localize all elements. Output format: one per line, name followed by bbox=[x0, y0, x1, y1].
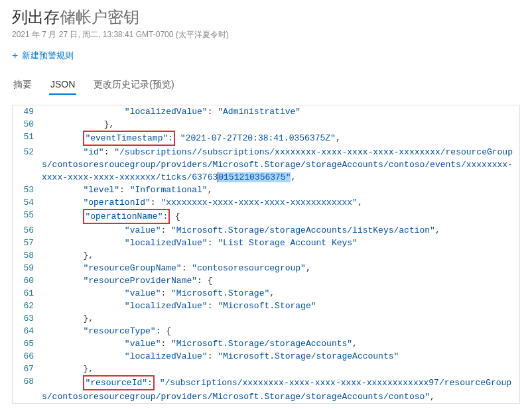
code-content: "operationName": { bbox=[42, 209, 519, 224]
json-punct: : bbox=[161, 225, 171, 235]
json-key: "value" bbox=[125, 225, 161, 235]
json-key: "resourceProviderName" bbox=[83, 276, 197, 286]
line-number: 53 bbox=[13, 184, 42, 196]
code-line: 58 }, bbox=[13, 249, 519, 262]
title-rest: 储帐户密钥 bbox=[60, 8, 139, 26]
line-number: 63 bbox=[13, 312, 42, 325]
line-number: 64 bbox=[13, 325, 42, 337]
code-content: }, bbox=[42, 118, 519, 131]
json-string-selected: 0151210356375" bbox=[218, 172, 291, 182]
json-punct: }, bbox=[83, 251, 94, 261]
json-punct: , bbox=[269, 288, 275, 298]
code-line: 64 "resourceType": { bbox=[13, 325, 519, 337]
json-punct: }, bbox=[104, 119, 115, 129]
code-line: 63 }, bbox=[13, 312, 519, 325]
code-content: "value": "Microsoft.Storage", bbox=[42, 287, 519, 300]
json-punct: , bbox=[336, 133, 341, 143]
code-content: "level": "Informational", bbox=[42, 184, 519, 196]
code-content: "resourceType": { bbox=[42, 325, 519, 337]
json-string: "Microsoft.Storage" bbox=[171, 288, 269, 298]
code-content: "resourceGroupName": "contosoresourcegro… bbox=[42, 262, 519, 274]
header: 列出存储帐户密钥 2021 年 7 月 27 日, 周二, 13:38:41 G… bbox=[0, 0, 532, 40]
new-alert-rule-button[interactable]: 新建预警规则 bbox=[22, 50, 74, 62]
line-number: 67 bbox=[13, 363, 42, 375]
code-content: "localizedValue": "Microsoft.Storage" bbox=[42, 300, 519, 312]
json-string: "Informational" bbox=[130, 185, 208, 195]
tab-summary[interactable]: 摘要 bbox=[12, 75, 33, 95]
code-line: 55 "operationName": { bbox=[13, 209, 519, 224]
json-punct: : bbox=[182, 263, 192, 273]
line-number: 54 bbox=[13, 196, 42, 209]
line-number: 50 bbox=[13, 118, 42, 131]
line-number: 51 bbox=[13, 131, 42, 146]
code-content: }, bbox=[42, 312, 519, 325]
code-line: 66 "localizedValue": "Microsoft.Storage/… bbox=[13, 350, 519, 363]
code-content: "value": "Microsoft.Storage/storageAccou… bbox=[42, 224, 519, 237]
code-line: 67 }, bbox=[13, 363, 519, 375]
line-number: 62 bbox=[13, 300, 42, 312]
json-key: "id" bbox=[83, 147, 103, 157]
json-punct: , bbox=[435, 225, 440, 235]
json-key: "operationId" bbox=[83, 198, 150, 207]
toolbar: + 新建预警规则 bbox=[0, 40, 532, 71]
tabs: 摘要 JSON 更改历史记录(预览) bbox=[0, 75, 532, 95]
json-key: "resourceGroupName" bbox=[83, 263, 181, 273]
code-content: }, bbox=[42, 249, 519, 262]
json-punct: : bbox=[151, 198, 161, 207]
json-punct: : bbox=[104, 147, 115, 157]
code-content: "operationId": "xxxxxxxx-xxxx-xxxx-xxxx-… bbox=[42, 196, 519, 209]
code-line: 52 "id": "/subscriptions//subscriptions/… bbox=[13, 146, 519, 184]
json-key: "localizedValue" bbox=[125, 351, 208, 361]
tab-json[interactable]: JSON bbox=[49, 75, 76, 95]
json-string: "Microsoft.Storage/storageAccounts" bbox=[218, 351, 399, 361]
code-line: 50 }, bbox=[13, 118, 519, 131]
line-number: 66 bbox=[13, 350, 42, 363]
json-punct: : bbox=[208, 301, 218, 311]
line-number: 60 bbox=[13, 274, 42, 287]
json-punct: }, bbox=[83, 364, 94, 374]
json-code-viewer[interactable]: 49 "localizedValue": "Administrative"50 … bbox=[12, 105, 520, 404]
json-punct: { bbox=[170, 211, 180, 221]
json-string: "Administrative" bbox=[218, 107, 300, 117]
json-punct bbox=[155, 378, 160, 388]
plus-icon: + bbox=[12, 50, 18, 62]
json-punct: , bbox=[358, 198, 363, 207]
page-title: 列出存储帐户密钥 bbox=[12, 7, 520, 28]
code-content: "localizedValue": "Administrative" bbox=[42, 105, 519, 118]
code-content: "resourceId": "/subscriptions/xxxxxxxx-x… bbox=[42, 375, 519, 403]
line-number: 59 bbox=[13, 262, 42, 274]
json-punct: : bbox=[161, 339, 171, 349]
code-line: 59 "resourceGroupName": "contosoresource… bbox=[13, 262, 519, 274]
code-content: "resourceProviderName": { bbox=[42, 274, 519, 287]
code-line: 49 "localizedValue": "Administrative" bbox=[13, 105, 519, 118]
json-punct bbox=[175, 133, 180, 143]
line-number: 56 bbox=[13, 224, 42, 237]
line-number: 61 bbox=[13, 287, 42, 300]
code-line: 60 "resourceProviderName": { bbox=[13, 274, 519, 287]
json-punct: , bbox=[291, 172, 296, 182]
json-string: "contosoresourcegroup" bbox=[192, 263, 306, 273]
json-punct: , bbox=[352, 339, 358, 349]
line-number: 68 bbox=[13, 375, 42, 403]
json-string: "Microsoft.Storage/storageAccounts/listK… bbox=[171, 225, 435, 235]
page-subtitle: 2021 年 7 月 27 日, 周二, 13:38:41 GMT-0700 (… bbox=[12, 29, 520, 40]
json-key: "localizedValue" bbox=[125, 238, 208, 248]
code-line: 51 "eventTimestamp": "2021-07-27T20:38:4… bbox=[13, 131, 519, 146]
code-content: "eventTimestamp": "2021-07-27T20:38:41.0… bbox=[42, 131, 519, 146]
json-punct: , bbox=[430, 392, 435, 402]
code-line: 54 "operationId": "xxxxxxxx-xxxx-xxxx-xx… bbox=[13, 196, 519, 209]
line-number: 49 bbox=[13, 105, 42, 118]
json-punct: : bbox=[208, 351, 218, 361]
line-number: 55 bbox=[13, 209, 42, 224]
json-punct: : { bbox=[197, 276, 212, 286]
json-string: "List Storage Account Keys" bbox=[218, 238, 358, 248]
json-key-highlighted: "resourceId": bbox=[83, 375, 154, 390]
code-content: "localizedValue": "Microsoft.Storage/sto… bbox=[42, 350, 519, 363]
json-punct: , bbox=[306, 263, 311, 273]
code-line: 61 "value": "Microsoft.Storage", bbox=[13, 287, 519, 300]
tab-history[interactable]: 更改历史记录(预览) bbox=[92, 75, 175, 95]
json-key: "resourceType" bbox=[83, 326, 155, 336]
json-key: "localizedValue" bbox=[125, 107, 208, 117]
json-key: "level" bbox=[83, 185, 119, 195]
code-line: 53 "level": "Informational", bbox=[13, 184, 519, 196]
